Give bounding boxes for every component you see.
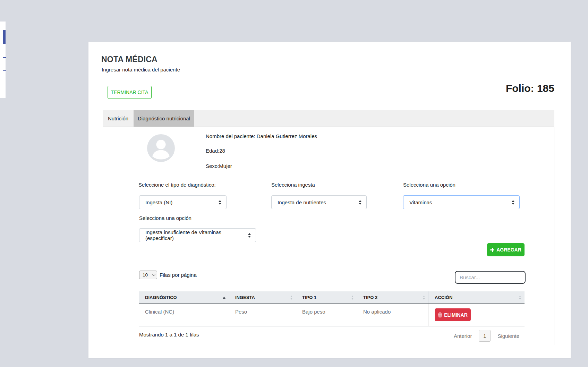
- search-input[interactable]: [455, 271, 526, 284]
- finish-appointment-button[interactable]: TERMINAR CITA: [108, 86, 152, 99]
- plus-icon: [490, 248, 494, 252]
- sidebar-link[interactable]: [3, 57, 6, 58]
- patient-avatar-icon: [147, 134, 175, 162]
- rows-per-page-select[interactable]: 10: [139, 271, 157, 279]
- table-row: Clinical (NC) Peso Bajo peso No aplicado…: [139, 304, 525, 326]
- tab-strip: Nutrición Diagnóstico nutricional: [103, 110, 554, 127]
- add-button-label: AGREGAR: [496, 247, 521, 253]
- column-header-diagnostico[interactable]: DIAGNÓSTICO: [139, 291, 229, 304]
- nota-medica-card: NOTA MÉDICA Ingresar nota médica del pac…: [88, 42, 571, 358]
- option2-select-value: Ingesta insuficiente de Vitaminas (espec…: [145, 229, 248, 241]
- sidebar-active-item[interactable]: [3, 30, 6, 44]
- tab-diagnostico-nutricional[interactable]: Diagnóstico nutricional: [134, 110, 194, 127]
- cell-accion: ELIMINAR: [429, 304, 525, 326]
- option2-label: Selecciona una opción: [139, 215, 191, 221]
- add-button[interactable]: AGREGAR: [487, 243, 525, 256]
- column-header-tipo2[interactable]: TIPO 2: [357, 291, 429, 304]
- sort-icon: [519, 296, 521, 300]
- select-arrows-icon: [219, 200, 221, 205]
- sidebar-fragment: [0, 22, 6, 98]
- diagnosis-type-label: Seleccione el tipo de diagnóstico:: [138, 182, 216, 188]
- rows-per-page-label: Filas por página: [160, 272, 197, 278]
- table-summary: Mostrando 1 a 1 de 1 filas: [139, 332, 199, 338]
- column-header-accion[interactable]: ACCIÓN: [429, 291, 525, 304]
- option2-select[interactable]: Ingesta insuficiente de Vitaminas (espec…: [139, 228, 256, 242]
- table-header-row: DIAGNÓSTICO INGESTA TIPO 1 TIPO 2 ACCIÓN: [139, 291, 525, 304]
- trash-icon: [438, 313, 442, 317]
- sort-asc-icon: [223, 297, 225, 299]
- diagnosis-type-select[interactable]: Ingesta (NI): [139, 195, 227, 209]
- select-arrows-icon: [359, 200, 361, 205]
- sort-icon: [290, 296, 292, 300]
- option-select[interactable]: Vitaminas: [403, 195, 520, 209]
- option-label: Selecciona una opción: [403, 182, 455, 188]
- intake-label: Selecciona ingesta: [271, 182, 315, 188]
- delete-button[interactable]: ELIMINAR: [435, 308, 471, 321]
- patient-name: Nombre del paciente: Daniela Gutierrez M…: [206, 133, 317, 139]
- cell-diagnostico: Clinical (NC): [139, 304, 229, 326]
- sidebar-link[interactable]: [3, 70, 6, 71]
- pagination: Anterior 1 Siguiente: [454, 330, 519, 342]
- select-arrows-icon: [248, 233, 251, 238]
- pagination-previous[interactable]: Anterior: [454, 333, 472, 339]
- patient-age: Edad:28: [206, 148, 225, 154]
- option-select-value: Vitaminas: [409, 199, 432, 205]
- cell-ingesta: Peso: [229, 304, 296, 326]
- select-arrows-icon: [512, 200, 514, 205]
- sort-icon: [423, 296, 425, 300]
- column-header-ingesta[interactable]: INGESTA: [229, 291, 296, 304]
- page-title: NOTA MÉDICA: [101, 55, 157, 64]
- patient-sex: Sexo:Mujer: [206, 163, 232, 169]
- folio-number: Folio: 185: [506, 83, 554, 94]
- pagination-page-1[interactable]: 1: [479, 330, 491, 342]
- intake-select[interactable]: Ingesta de nutrientes: [271, 195, 367, 209]
- sort-icon: [351, 296, 353, 300]
- diagnostico-panel: Nombre del paciente: Daniela Gutierrez M…: [103, 127, 554, 345]
- diagnostics-table: DIAGNÓSTICO INGESTA TIPO 1 TIPO 2 ACCIÓN: [139, 291, 525, 326]
- pagination-next[interactable]: Siguiente: [497, 333, 519, 339]
- page-subtitle: Ingresar nota médica del paciente: [102, 67, 180, 72]
- chevron-down-icon: [152, 273, 155, 276]
- diagnosis-type-select-value: Ingesta (NI): [145, 199, 172, 205]
- cell-tipo2: No aplicado: [357, 304, 429, 326]
- rows-per-page-value: 10: [143, 272, 148, 278]
- cell-tipo1: Bajo peso: [296, 304, 357, 326]
- column-header-tipo1[interactable]: TIPO 1: [296, 291, 357, 304]
- tab-nutricion[interactable]: Nutrición: [103, 110, 134, 127]
- intake-select-value: Ingesta de nutrientes: [278, 199, 326, 205]
- delete-button-label: ELIMINAR: [444, 312, 468, 318]
